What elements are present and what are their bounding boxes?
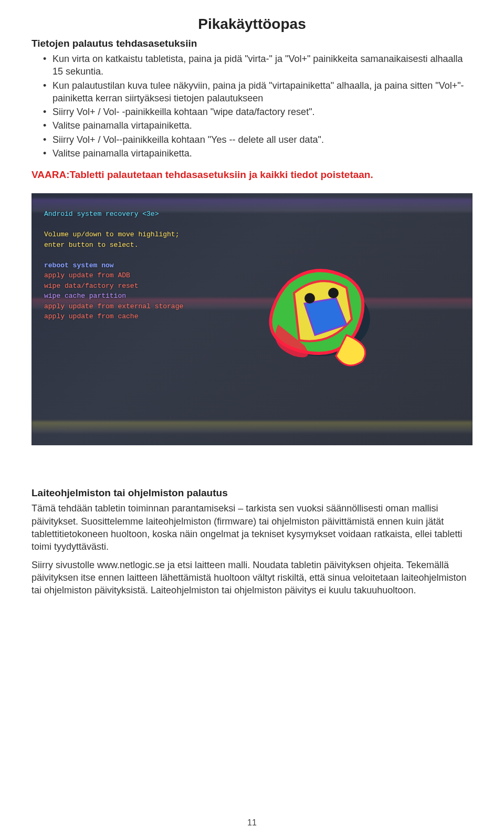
svg-point-1 bbox=[304, 293, 315, 304]
section2-heading: Laiteohjelmiston tai ohjelmiston palautu… bbox=[32, 487, 472, 499]
terminal-line: Volume up/down to move highlight; bbox=[44, 229, 183, 240]
android-mascot-icon bbox=[242, 240, 388, 377]
terminal-line: Android system recovery <3e> bbox=[44, 209, 183, 219]
list-item: Valitse painamalla virtapainiketta. bbox=[52, 147, 472, 160]
terminal-menu-item: apply update from cache bbox=[44, 311, 183, 322]
list-item: Kun virta on katkaistu tabletista, paina… bbox=[52, 53, 472, 78]
section1-list: Kun virta on katkaistu tabletista, paina… bbox=[32, 53, 472, 160]
warning-text: VAARA:Tabletti palautetaan tehdasasetuks… bbox=[32, 169, 472, 181]
recovery-terminal: Android system recovery <3e> Volume up/d… bbox=[44, 209, 183, 322]
recovery-screenshot: Android system recovery <3e> Volume up/d… bbox=[32, 193, 472, 445]
terminal-menu-item: apply update from ADB bbox=[44, 270, 183, 281]
section1-heading: Tietojen palautus tehdasasetuksiin bbox=[32, 38, 472, 49]
terminal-menu-item: reboot system now bbox=[44, 260, 183, 271]
terminal-menu-item: apply update from external storage bbox=[44, 301, 183, 312]
terminal-spacer bbox=[44, 250, 183, 260]
list-item: Kun palautustilan kuva tulee näkyviin, p… bbox=[52, 79, 472, 105]
section2-paragraph: Tämä tehdään tabletin toiminnan parantam… bbox=[32, 502, 472, 553]
section2-paragraph: Siirry sivustolle www.netlogic.se ja ets… bbox=[32, 559, 472, 597]
list-item: Siirry Vol+ / Vol--painikkeilla kohtaan … bbox=[52, 133, 472, 146]
page-title: Pikakäyttöopas bbox=[32, 16, 472, 33]
document-page: Pikakäyttöopas Tietojen palautus tehdasa… bbox=[0, 0, 504, 837]
list-item: Valitse painamalla virtapainiketta. bbox=[52, 119, 472, 132]
terminal-menu-item: wipe data/factory reset bbox=[44, 281, 183, 291]
page-number: 11 bbox=[0, 818, 504, 828]
terminal-menu-item: wipe cache partition bbox=[44, 291, 183, 301]
terminal-spacer bbox=[44, 219, 183, 230]
svg-point-2 bbox=[328, 288, 339, 298]
list-item: Siirry Vol+ / Vol- -painikkeilla kohtaan… bbox=[52, 106, 472, 118]
scanline bbox=[32, 421, 472, 433]
terminal-line: enter button to select. bbox=[44, 240, 183, 250]
